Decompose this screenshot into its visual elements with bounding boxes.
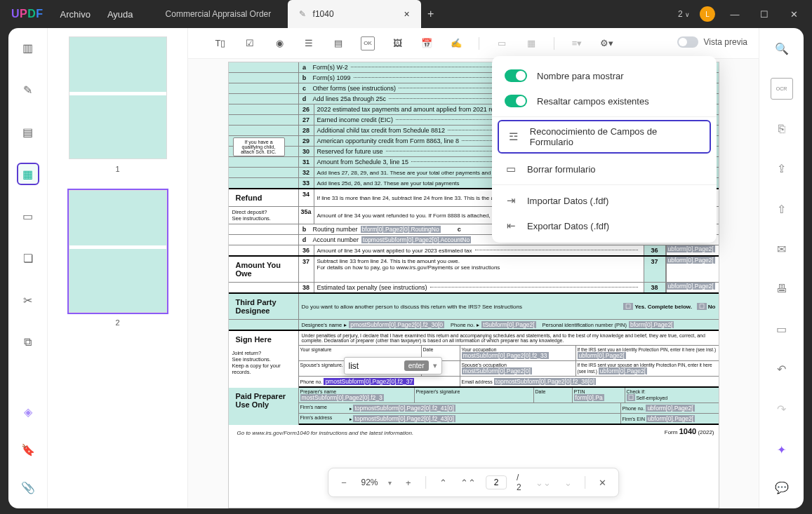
- radio-tool[interactable]: ◉: [272, 36, 286, 50]
- more-align-icon[interactable]: ≡▾: [570, 36, 584, 50]
- field-firm-phone[interactable]: ubform[0].Page2[: [646, 405, 694, 412]
- menu-export-data[interactable]: ⇤ Exportar Datos (.fdf): [492, 213, 717, 238]
- checkbox-tool[interactable]: ☑: [243, 36, 257, 50]
- maximize-button[interactable]: ☐: [754, 4, 774, 24]
- align-tool[interactable]: ▭: [495, 36, 509, 50]
- field-routing[interactable]: bform[0].Page2[0].RoutingNo: [361, 226, 441, 233]
- toggle-on-icon[interactable]: [505, 69, 527, 82]
- autocomplete-dropdown[interactable]: list enter ▾: [344, 357, 442, 374]
- image-tool[interactable]: 🖼: [390, 36, 404, 50]
- flatten-icon[interactable]: ▭: [771, 318, 793, 340]
- next-page-button[interactable]: ⌄⌄: [535, 475, 551, 490]
- field-designee-name[interactable]: pmostSubform[0].Page2[0].f2_30[0: [349, 321, 444, 328]
- first-page-button[interactable]: ⌃: [436, 475, 451, 490]
- routing-label: Routing number: [313, 226, 358, 233]
- close-tab-icon[interactable]: ×: [404, 8, 409, 20]
- thumbnail-page-1[interactable]: [69, 36, 167, 159]
- import-icon: ⇥: [505, 194, 517, 207]
- field-account[interactable]: topmostSubform[0].Page2[0].AccountNo: [361, 236, 471, 243]
- undo-icon[interactable]: ↶: [771, 358, 793, 380]
- annotations-icon[interactable]: ✎: [17, 79, 39, 101]
- listbox-tool[interactable]: ▤: [331, 36, 345, 50]
- ai-icon[interactable]: ✦: [771, 438, 793, 461]
- attachment-icon[interactable]: 📎: [17, 476, 39, 499]
- last-page-button[interactable]: ⌄: [561, 475, 575, 490]
- field-firm-ein[interactable]: ubform[0].Page2[: [646, 415, 695, 422]
- field-phone[interactable]: pmostSubform[0].Page2[0].f2_37: [324, 378, 414, 385]
- text-field-tool[interactable]: T▯: [213, 36, 227, 50]
- share-icon[interactable]: ⇧: [771, 198, 793, 219]
- notification-count[interactable]: 2 ∨: [678, 9, 690, 19]
- zoom-in-button[interactable]: +: [401, 475, 416, 490]
- minimize-button[interactable]: —: [725, 4, 745, 24]
- crop-icon[interactable]: ✂: [17, 289, 39, 311]
- tool-icon-1[interactable]: ▭: [17, 205, 39, 227]
- user-avatar[interactable]: L: [700, 6, 715, 22]
- toggle-on-icon[interactable]: [505, 95, 527, 107]
- form-settings-menu: Nombre para mostrar Resaltar campos exis…: [492, 56, 717, 243]
- signature-tool[interactable]: ✍: [449, 36, 463, 50]
- bookmarks-icon[interactable]: ▤: [17, 121, 39, 143]
- close-window-button[interactable]: ✕: [784, 4, 804, 24]
- form-settings-icon[interactable]: ⚙▾: [599, 36, 613, 50]
- tab-active[interactable]: ✎ f1040 ×: [288, 0, 421, 28]
- chevron-down-icon[interactable]: ▾: [433, 361, 437, 370]
- menu-show-name[interactable]: Nombre para mostrar: [492, 63, 717, 88]
- zoom-out-button[interactable]: −: [337, 475, 352, 490]
- pages-icon[interactable]: ❏: [17, 247, 39, 269]
- print-icon[interactable]: 🖶: [771, 278, 793, 300]
- form-fields-icon[interactable]: ▦: [17, 163, 39, 185]
- field-designee-phone[interactable]: tSubform[0].Page2[: [481, 321, 535, 328]
- grid-tool[interactable]: ▦: [524, 36, 538, 50]
- thumbnail-page-2[interactable]: [69, 190, 167, 313]
- new-tab-button[interactable]: +: [421, 0, 441, 28]
- field-firm-addr[interactable]: topmostSubform[0].Page2[0].f2_43[0]: [353, 415, 455, 422]
- date-tool[interactable]: 📅: [420, 36, 434, 50]
- line-30: Reserved for future use: [317, 148, 383, 155]
- zoom-value[interactable]: 92%: [361, 478, 378, 487]
- tab-label: f1040: [313, 9, 334, 19]
- thumbnails-view-icon[interactable]: ▥: [17, 36, 39, 59]
- field-spouse-ip-pin[interactable]: ubform[0].Page2[: [599, 367, 647, 374]
- button-tool[interactable]: OK: [361, 36, 375, 50]
- toggle-switch[interactable]: [677, 36, 698, 48]
- extract-icon[interactable]: ⎘: [771, 118, 793, 140]
- prev-page-button[interactable]: ⌃⌃: [460, 475, 476, 490]
- menu-clear-form[interactable]: ▭ Borrar formulario: [492, 156, 717, 182]
- menu-highlight-fields[interactable]: Resaltar campos existentes: [492, 88, 717, 114]
- field-firm-name[interactable]: topmostSubform[0].Page2[0].f2_41[0]: [353, 405, 455, 412]
- layers-icon[interactable]: ◈: [17, 400, 39, 423]
- menu-label: Importar Datos (.fdf): [527, 196, 608, 206]
- export-icon[interactable]: ⇪: [771, 158, 793, 180]
- page-input[interactable]: [486, 475, 507, 489]
- compare-icon[interactable]: ⧉: [17, 331, 39, 353]
- export-icon: ⇤: [505, 219, 517, 232]
- bookmark-icon[interactable]: 🔖: [17, 438, 39, 461]
- chevron-down-icon[interactable]: ▾: [388, 479, 392, 487]
- field-38[interactable]: ubform[0].Page2[: [667, 283, 715, 290]
- preview-toggle[interactable]: Vista previa: [677, 36, 747, 48]
- search-icon[interactable]: 🔍: [771, 38, 793, 60]
- email-icon[interactable]: ✉: [771, 238, 793, 260]
- comment-icon[interactable]: 💬: [771, 476, 793, 499]
- field-preparer-name[interactable]: mostSubform[0].Page2[0].f2_3: [300, 394, 384, 401]
- field-occupation[interactable]: mostSubform[0].Page2[0].f2_33: [462, 352, 549, 359]
- close-pager-button[interactable]: ✕: [596, 475, 611, 490]
- line-25a: Form(s) W-2: [313, 64, 348, 71]
- field-36[interactable]: ubform[0].Page2[: [667, 245, 715, 252]
- field-designee-pin[interactable]: bform[0].Page2[: [629, 321, 674, 328]
- redo-icon[interactable]: ↷: [771, 398, 793, 420]
- tab-inactive[interactable]: Commercial Appraisal Order: [154, 0, 288, 28]
- recognize-icon: ☲: [507, 130, 520, 143]
- menu-recognize-fields[interactable]: ☲ Reconocimiento de Campos de Formulario: [498, 120, 711, 154]
- menu-file[interactable]: Archivo: [60, 9, 91, 20]
- field-ip-pin[interactable]: ubform[0].Page2[: [578, 352, 626, 359]
- field-ptin[interactable]: form[0].Pa: [574, 394, 604, 401]
- field-spouse-occupation[interactable]: mostSubform[0].Page2[0]: [462, 367, 532, 374]
- menu-help[interactable]: Ayuda: [107, 9, 133, 20]
- menu-import-data[interactable]: ⇥ Importar Datos (.fdf): [492, 188, 717, 213]
- dropdown-tool[interactable]: ☰: [302, 36, 316, 50]
- field-email[interactable]: topmostSubform[0].Page2[0].f2_38[0]: [494, 378, 596, 385]
- field-37[interactable]: ubform[0].Page2[: [667, 257, 715, 264]
- ocr-icon[interactable]: OCR: [771, 78, 793, 100]
